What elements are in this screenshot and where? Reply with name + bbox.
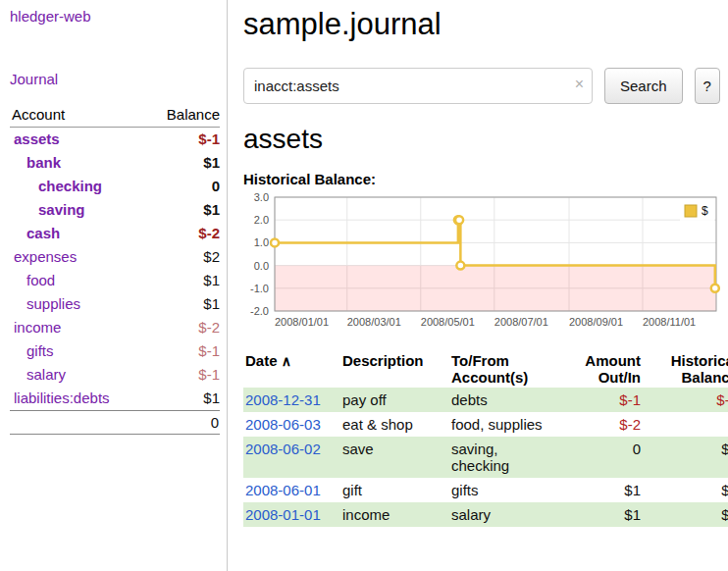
account-row: income$-2	[10, 316, 220, 339]
chart-point	[711, 285, 719, 292]
register-description-cell: eat & shop	[340, 412, 449, 437]
account-link[interactable]: income	[14, 316, 61, 339]
page-title: sample.journal	[243, 4, 720, 45]
date-link[interactable]: 2008-01-01	[245, 506, 321, 523]
account-link[interactable]: cash	[26, 222, 60, 245]
app-window: hledger-web Journal Account Balance asse…	[0, 0, 728, 571]
search-button[interactable]: Search	[604, 68, 683, 104]
col-accounts: To/From Account(s)	[449, 350, 555, 388]
register-amount-cell: $1	[555, 478, 643, 502]
y-tick-label: 3.0	[254, 191, 269, 203]
accounts-table-header: Account Balance	[10, 104, 220, 128]
register-accounts-cell: food, supplies	[449, 412, 555, 437]
col-date[interactable]: Date ∧	[243, 350, 340, 388]
account-link[interactable]: checking	[38, 175, 102, 198]
account-balance: 0	[212, 175, 220, 198]
account-row: salary$-1	[10, 363, 220, 387]
account-row: food$1	[10, 269, 220, 292]
register-date-cell: 2008-06-01	[243, 478, 340, 502]
chart-title: Historical Balance:	[243, 171, 720, 187]
register-row: 2008-01-01incomesalary$1$1	[243, 502, 728, 527]
account-balance: $1	[203, 292, 220, 316]
accounts-header-account: Account	[12, 106, 65, 123]
account-balance: $1	[203, 269, 220, 292]
register-accounts-cell: debts	[449, 388, 555, 412]
x-tick-label: 2008/01/01	[275, 316, 329, 328]
account-link[interactable]: salary	[26, 363, 66, 387]
account-balance: $1	[203, 387, 220, 410]
account-link[interactable]: gifts	[26, 339, 54, 363]
date-link[interactable]: 2008-06-03	[245, 416, 321, 433]
register-balance-cell: 0	[643, 412, 728, 437]
register-description-cell: gift	[340, 478, 449, 502]
register-description-cell: save	[340, 437, 449, 478]
x-tick-label: 2008/11/01	[643, 316, 696, 328]
register-amount-cell: 0	[555, 437, 643, 478]
register-balance-cell: $2	[643, 437, 728, 478]
register-row: 2008-06-01giftgifts$1$2	[243, 478, 728, 502]
account-link[interactable]: expenses	[14, 245, 77, 269]
col-balance: Historical Balance	[643, 350, 728, 388]
y-tick-label: -2.0	[250, 305, 269, 317]
y-tick-label: -1.0	[250, 283, 269, 294]
date-link[interactable]: 2008-12-31	[245, 391, 321, 408]
register-balance-cell: $2	[643, 478, 728, 502]
register-amount-cell: $-1	[555, 388, 643, 412]
accounts-header-balance: Balance	[167, 106, 220, 123]
clear-search-icon[interactable]: ×	[575, 77, 584, 92]
brand-link[interactable]: hledger-web	[10, 8, 91, 25]
register-header: Date ∧ Description To/From Account(s) Am…	[243, 350, 728, 388]
register-balance-cell: $1	[643, 502, 728, 527]
account-row: gifts$-1	[10, 339, 220, 363]
register-body: 2008-12-31pay offdebts$-1$-12008-06-03ea…	[243, 388, 728, 527]
search-bar: × Search ?	[243, 68, 720, 104]
accounts-table: Account Balance assets$-1bank$1checking0…	[10, 104, 220, 435]
account-row: cash$-2	[10, 222, 220, 245]
account-balance: $-1	[198, 339, 220, 363]
x-tick-label: 2008/07/01	[494, 316, 548, 328]
accounts-total-value: 0	[211, 411, 219, 434]
account-balance: $-1	[198, 363, 220, 387]
x-tick-label: 2008/03/01	[347, 316, 401, 328]
account-link[interactable]: bank	[26, 151, 61, 175]
account-row: checking0	[10, 175, 220, 198]
search-input-wrap: ×	[243, 68, 593, 104]
register-date-cell: 2008-01-01	[243, 502, 340, 527]
account-link[interactable]: food	[26, 269, 55, 292]
register-row: 2008-06-02savesaving, checking0$2	[243, 437, 728, 478]
register-row: 2008-06-03eat & shopfood, supplies$-20	[243, 412, 728, 437]
account-row: bank$1	[10, 151, 220, 175]
col-amount: Amount Out/In	[555, 350, 643, 388]
date-link[interactable]: 2008-06-02	[245, 441, 321, 457]
negative-region	[275, 266, 716, 311]
col-description: Description	[340, 350, 449, 388]
chart-point	[271, 238, 279, 246]
account-balance: $-1	[198, 128, 220, 151]
register-accounts-cell: saving, checking	[449, 437, 555, 478]
legend-swatch-icon	[685, 205, 697, 217]
register-row: 2008-12-31pay offdebts$-1$-1	[243, 388, 728, 412]
chart-point	[455, 216, 463, 224]
nav-journal-link[interactable]: Journal	[10, 71, 58, 87]
account-row: liabilities:debts$1	[10, 387, 220, 410]
date-link[interactable]: 2008-06-01	[245, 482, 321, 498]
account-balance: $1	[203, 198, 220, 222]
account-link[interactable]: saving	[38, 198, 85, 222]
account-row: assets$-1	[10, 128, 220, 151]
balance-chart[interactable]: 3.02.01.00.0-1.0-2.02008/01/012008/03/01…	[243, 191, 720, 338]
sidebar: hledger-web Journal Account Balance asse…	[0, 0, 228, 571]
y-tick-label: 0.0	[254, 260, 269, 272]
account-balance: $-2	[198, 316, 220, 339]
register-table: Date ∧ Description To/From Account(s) Am…	[243, 350, 728, 527]
account-link[interactable]: supplies	[26, 292, 80, 316]
help-button[interactable]: ?	[695, 68, 720, 104]
account-row: saving$1	[10, 198, 220, 222]
account-title: assets	[243, 121, 720, 158]
register-date-cell: 2008-06-02	[243, 437, 340, 478]
account-balance: $2	[203, 245, 220, 269]
account-link[interactable]: assets	[14, 128, 60, 151]
accounts-list: assets$-1bank$1checking0saving$1cash$-2e…	[10, 128, 220, 410]
account-link[interactable]: liabilities:debts	[14, 387, 110, 410]
search-input[interactable]	[243, 68, 593, 104]
register-date-cell: 2008-12-31	[243, 388, 340, 412]
